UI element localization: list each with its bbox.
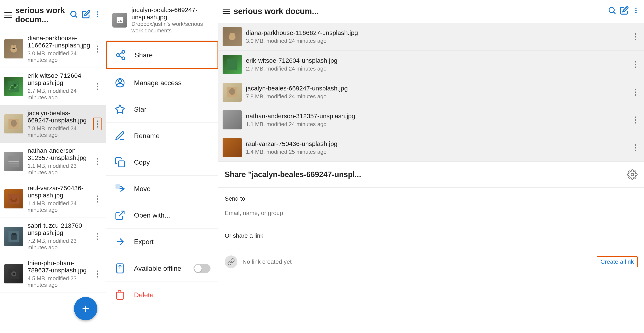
left-compose-icon[interactable] — [82, 10, 90, 20]
file-more-icon[interactable] — [631, 114, 640, 126]
svg-point-9 — [12, 48, 14, 49]
right-hamburger-icon[interactable] — [222, 9, 230, 14]
list-item[interactable]: thien-phu-pham-789637-unsplash.jpg 4.5 M… — [0, 255, 106, 293]
add-icon: + — [82, 302, 89, 315]
open-with-menu-item[interactable]: Open with... — [106, 202, 218, 229]
file-name: thien-phu-pham-789637-unsplash.jpg — [28, 260, 93, 274]
svg-line-1 — [76, 16, 77, 17]
file-info: thien-phu-pham-789637-unsplash.jpg 4.5 M… — [28, 260, 93, 288]
svg-point-8 — [14, 45, 16, 48]
share-label: Share — [134, 51, 153, 59]
share-settings-icon[interactable] — [627, 169, 638, 180]
file-more-icon[interactable] — [93, 155, 102, 168]
send-to-input[interactable] — [225, 206, 638, 220]
move-menu-item[interactable]: Move — [106, 176, 218, 202]
file-more-icon[interactable] — [631, 141, 640, 154]
file-thumbnail — [222, 110, 242, 129]
svg-point-50 — [230, 33, 232, 35]
file-thumbnail — [222, 55, 242, 74]
hamburger-menu-icon[interactable] — [4, 12, 12, 18]
file-more-icon[interactable] — [631, 58, 640, 71]
manage-access-menu-item[interactable]: Manage access — [106, 70, 218, 96]
file-more-icon[interactable] — [631, 86, 640, 98]
share-menu-item[interactable]: Share — [106, 41, 218, 69]
svg-point-2 — [97, 11, 98, 12]
file-info: sabri-tuzcu-213760-unsplash.jpg 7.2 MB, … — [28, 222, 93, 251]
svg-point-17 — [14, 120, 16, 123]
file-name: erik-witsoe-712604-unsplash.jpg — [28, 72, 93, 86]
copy-menu-item[interactable]: Copy — [106, 149, 218, 176]
export-label: Export — [134, 238, 154, 246]
svg-point-21 — [12, 196, 16, 200]
create-link-button[interactable]: Create a link — [597, 256, 638, 267]
send-to-section: Send to — [218, 188, 644, 228]
manage-access-label: Manage access — [134, 79, 182, 87]
file-name: raul-varzar-750436-unsplash.jpg — [28, 185, 93, 199]
svg-rect-52 — [227, 59, 238, 70]
file-thumbnail — [4, 152, 23, 171]
delete-label: Delete — [134, 291, 154, 299]
svg-point-7 — [11, 45, 13, 48]
list-item[interactable]: nathan-anderson-312357-unsplash.jpg 1.1 … — [218, 106, 644, 134]
list-item[interactable]: sabri-tuzcu-213760-unsplash.jpg 7.2 MB, … — [0, 218, 106, 255]
delete-menu-item[interactable]: Delete — [106, 282, 218, 308]
middle-file-name: jacalyn-beales-669247-unsplash.jpg — [132, 6, 212, 21]
file-meta: 3.0 MB, modified 24 minutes ago — [246, 38, 631, 44]
svg-line-44 — [614, 12, 616, 14]
svg-point-54 — [229, 88, 235, 95]
list-item[interactable]: erik-witsoe-712604-unsplash.jpg 2.7 MB, … — [0, 68, 106, 105]
left-more-icon[interactable] — [94, 10, 102, 20]
svg-point-3 — [97, 13, 98, 15]
export-icon — [114, 235, 126, 248]
middle-file-header: jacalyn-beales-669247-unsplash.jpg Dropb… — [106, 0, 218, 40]
offline-icon — [114, 262, 126, 275]
svg-point-45 — [635, 8, 636, 9]
svg-point-10 — [14, 48, 15, 49]
file-name: raul-varzar-750436-unsplash.jpg — [246, 140, 631, 147]
file-more-icon[interactable] — [93, 193, 102, 205]
file-thumbnail — [222, 138, 242, 157]
right-search-icon[interactable] — [608, 6, 616, 17]
left-search-icon[interactable] — [69, 10, 78, 20]
manage-access-icon — [114, 76, 126, 89]
svg-point-12 — [11, 86, 14, 89]
file-name: sabri-tuzcu-213760-unsplash.jpg — [28, 222, 93, 236]
svg-point-27 — [12, 273, 15, 275]
right-more-icon[interactable] — [632, 6, 640, 17]
list-item[interactable]: raul-varzar-750436-unsplash.jpg 1.4 MB, … — [0, 180, 106, 218]
rename-icon — [114, 129, 126, 142]
list-item[interactable]: raul-varzar-750436-unsplash.jpg 1.4 MB, … — [218, 134, 644, 162]
file-name: erik-witsoe-712604-unsplash.jpg — [246, 57, 631, 64]
add-fab-button[interactable]: + — [74, 297, 97, 320]
share-link-row: No link created yet Create a link — [218, 248, 644, 276]
share-dialog: Share "jacalyn-beales-669247-unspl... Se… — [218, 162, 644, 333]
file-name: nathan-anderson-312357-unsplash.jpg — [246, 112, 631, 120]
export-menu-item[interactable]: Export — [106, 229, 218, 255]
list-item[interactable]: diana-parkhouse-1166627-unsplash.jpg 3.0… — [218, 23, 644, 51]
file-thumbnail — [4, 77, 23, 96]
list-item[interactable]: diana-parkhouse-1166627-unsplash.jpg 3.0… — [0, 30, 106, 68]
available-offline-toggle[interactable] — [194, 264, 210, 273]
list-item[interactable]: jacalyn-beales-669247-unsplash.jpg 7.8 M… — [0, 105, 106, 143]
list-item[interactable]: jacalyn-beales-669247-unsplash.jpg 7.8 M… — [218, 78, 644, 106]
file-header-thumbnail — [112, 13, 127, 27]
svg-point-30 — [122, 57, 125, 60]
file-more-icon[interactable] — [93, 42, 102, 55]
available-offline-menu-item[interactable]: Available offline — [106, 255, 218, 282]
share-icon — [114, 49, 127, 61]
right-file-list-overlay: diana-parkhouse-1166627-unsplash.jpg 3.0… — [218, 23, 644, 162]
file-more-icon[interactable] — [93, 268, 102, 280]
svg-point-51 — [232, 33, 235, 35]
right-compose-icon[interactable] — [620, 6, 629, 17]
file-more-icon[interactable] — [93, 80, 102, 93]
file-more-icon[interactable] — [631, 30, 640, 43]
list-item[interactable]: erik-witsoe-712604-unsplash.jpg 2.7 MB, … — [218, 51, 644, 78]
file-info: jacalyn-beales-669247-unsplash.jpg 7.8 M… — [28, 109, 93, 138]
rename-menu-item[interactable]: Rename — [106, 123, 218, 149]
file-meta: 3.0 MB, modified 24 minutes ago — [28, 50, 93, 63]
file-more-icon[interactable] — [93, 230, 102, 243]
copy-icon — [114, 156, 126, 169]
list-item[interactable]: nathan-anderson-312357-unsplash.jpg 1.1 … — [0, 143, 106, 180]
file-more-icon[interactable] — [93, 118, 102, 130]
star-menu-item[interactable]: Star — [106, 96, 218, 123]
